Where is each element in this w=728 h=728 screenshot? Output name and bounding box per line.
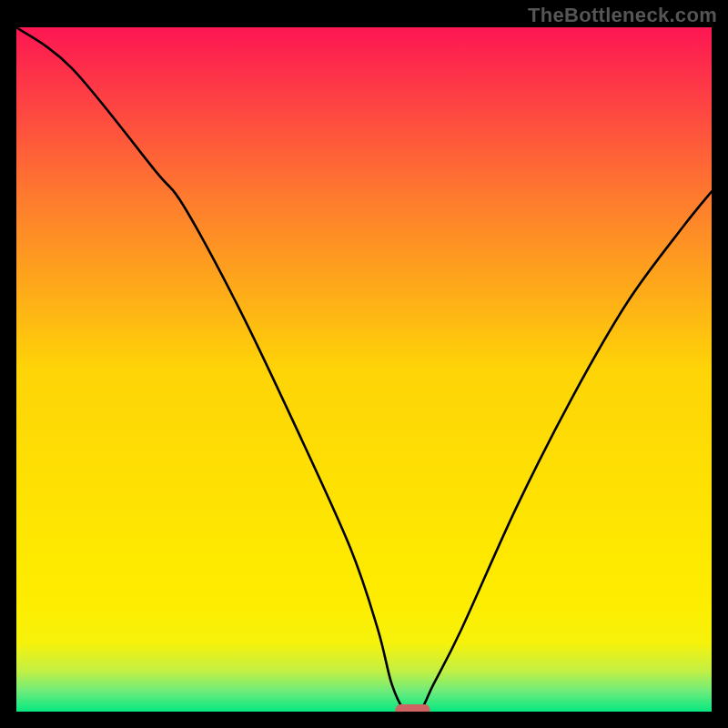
plot-area: [16, 27, 712, 712]
chart-svg: [16, 27, 712, 712]
watermark-text: TheBottleneck.com: [528, 4, 717, 27]
optimal-marker: [395, 704, 430, 712]
gradient-background: [16, 27, 712, 712]
chart-frame: TheBottleneck.com: [0, 0, 728, 728]
